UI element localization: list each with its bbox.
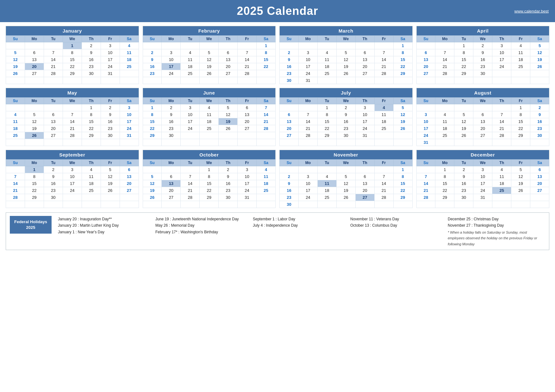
- calendar-cell: 1: [393, 42, 412, 49]
- calendar-cell: 9: [82, 49, 101, 56]
- calendar-row: 25262728293031: [6, 132, 139, 139]
- footer-item: November 27 : Thanksgiving Day: [448, 222, 542, 229]
- calendar-cell: [63, 139, 82, 146]
- calendar-cell: [162, 77, 181, 84]
- calendar-cell: 13: [162, 180, 181, 187]
- calendar-cell: 21: [257, 118, 276, 125]
- calendar-cell: 2: [143, 49, 162, 56]
- calendar-cell: 28: [44, 70, 63, 77]
- month-title: April: [416, 26, 549, 36]
- website-link[interactable]: www.calendar.best: [514, 9, 549, 14]
- calendar-cell: 14: [416, 180, 435, 187]
- calendar-cell: [355, 201, 374, 208]
- calendar-cell: 11: [317, 56, 336, 63]
- calendar-cell: 9: [101, 111, 120, 118]
- calendar-cell: 6: [44, 111, 63, 118]
- calendar-cell: 4: [82, 166, 101, 173]
- calendar-cell: 24: [63, 187, 82, 194]
- calendar-cell: 21: [181, 187, 200, 194]
- day-header-th: Th: [219, 160, 238, 166]
- calendar-cell: 15: [393, 180, 412, 187]
- calendar-cell: 6: [219, 49, 238, 56]
- calendar-cell: 5: [454, 111, 473, 118]
- calendar-cell: 23: [219, 187, 238, 194]
- month-title: August: [416, 88, 549, 98]
- calendar-cell: [101, 201, 120, 208]
- calendar-cell: 18: [6, 125, 25, 132]
- calendar-cell: 11: [82, 173, 101, 180]
- calendar-cell: [374, 42, 393, 49]
- calendar-cell: 7: [492, 111, 511, 118]
- calendar-cell: [200, 42, 219, 49]
- calendar-cell: [374, 132, 393, 139]
- month-title: February: [143, 26, 276, 36]
- calendar-cell: [298, 201, 317, 208]
- calendar-row: 12345: [416, 42, 549, 49]
- calendar-cell: 30: [162, 132, 181, 139]
- calendar-cell: 17: [473, 180, 492, 187]
- calendar-row: 123456: [416, 166, 549, 173]
- day-header-mo: Mo: [162, 36, 181, 42]
- calendar-row: 1234: [143, 166, 276, 173]
- calendar-cell: 27: [355, 194, 374, 201]
- calendar-cell: 17: [298, 187, 317, 194]
- calendar-cell: 28: [374, 70, 393, 77]
- page-title: 2025 Calendar: [0, 4, 555, 18]
- day-header-tu: Tu: [454, 98, 473, 104]
- calendar-cell: 4: [374, 104, 393, 111]
- calendar-cell: 28: [492, 132, 511, 139]
- calendar-row: 13141516171819: [280, 118, 413, 125]
- calendar-cell: [82, 139, 101, 146]
- calendar-cell: [511, 194, 530, 201]
- calendar-cell: 7: [257, 104, 276, 111]
- calendar-cell: 8: [454, 49, 473, 56]
- calendar-cell: 17: [162, 63, 181, 70]
- calendar-cell: 30: [82, 70, 101, 77]
- calendar-row: 18192021222324: [6, 125, 139, 132]
- calendar-cell: 18: [257, 180, 276, 187]
- day-header-sa: Sa: [120, 36, 139, 42]
- month-table-september: SeptemberSuMoTuWeThFrSa 1234567891011121…: [6, 150, 139, 208]
- calendar-cell: [280, 104, 299, 111]
- calendar-row: 282930: [6, 194, 139, 201]
- calendar-cell: [6, 104, 25, 111]
- calendar-cell: [200, 139, 219, 146]
- calendar-cell: [257, 77, 276, 84]
- calendar-cell: 7: [374, 49, 393, 56]
- calendar-cell: [336, 139, 355, 146]
- calendar-cell: 16: [219, 180, 238, 187]
- calendar-cell: 3: [298, 173, 317, 180]
- calendar-cell: 20: [25, 63, 44, 70]
- calendar-cell: 25: [257, 187, 276, 194]
- calendar-cell: 25: [317, 70, 336, 77]
- calendar-cell: 15: [257, 56, 276, 63]
- calendar-row: 891011121314: [143, 111, 276, 118]
- calendar-cell: 8: [317, 111, 336, 118]
- day-header-sa: Sa: [257, 98, 276, 104]
- calendar-cell: 25: [511, 63, 530, 70]
- calendar-cell: 11: [120, 49, 139, 56]
- calendar-cell: [257, 201, 276, 208]
- day-header-tu: Tu: [44, 160, 63, 166]
- month-title: October: [143, 150, 276, 160]
- calendar-cell: [200, 132, 219, 139]
- calendar-cell: [511, 77, 530, 84]
- calendar-cell: 27: [355, 70, 374, 77]
- calendar-cell: [6, 77, 25, 84]
- calendar-cell: 27: [238, 125, 257, 132]
- calendar-row: 12: [416, 104, 549, 111]
- calendar-cell: 20: [416, 63, 435, 70]
- calendar-cell: 4: [317, 173, 336, 180]
- calendar-cell: 12: [454, 118, 473, 125]
- calendar-cell: 20: [44, 125, 63, 132]
- calendar-cell: 3: [355, 104, 374, 111]
- calendar-cell: 3: [238, 166, 257, 173]
- calendar-cell: [162, 139, 181, 146]
- calendar-cell: [492, 70, 511, 77]
- calendar-cell: 31: [298, 77, 317, 84]
- calendar-cell: [162, 166, 181, 173]
- calendar-cell: 19: [143, 187, 162, 194]
- calendar-cell: 29: [200, 194, 219, 201]
- calendar-cell: 22: [511, 125, 530, 132]
- calendar-cell: 8: [393, 49, 412, 56]
